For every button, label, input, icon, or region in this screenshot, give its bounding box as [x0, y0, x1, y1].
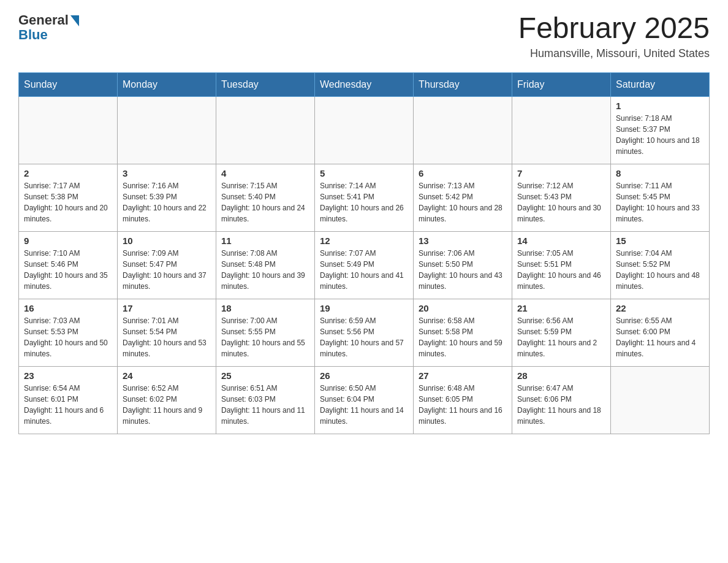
day-number: 1 — [616, 101, 704, 111]
calendar-cell: 27Sunrise: 6:48 AM Sunset: 6:05 PM Dayli… — [414, 366, 512, 434]
day-info: Sunrise: 6:55 AM Sunset: 6:00 PM Dayligh… — [616, 316, 696, 358]
day-number: 26 — [320, 370, 408, 381]
calendar-cell: 9Sunrise: 7:10 AM Sunset: 5:46 PM Daylig… — [19, 231, 118, 299]
day-number: 12 — [320, 236, 408, 246]
day-info: Sunrise: 7:11 AM Sunset: 5:45 PM Dayligh… — [616, 182, 700, 223]
day-number: 18 — [221, 303, 309, 313]
calendar-cell: 6Sunrise: 7:13 AM Sunset: 5:42 PM Daylig… — [414, 164, 512, 231]
day-info: Sunrise: 7:13 AM Sunset: 5:42 PM Dayligh… — [419, 182, 502, 223]
calendar-table: SundayMondayTuesdayWednesdayThursdayFrid… — [18, 72, 710, 434]
calendar-cell: 4Sunrise: 7:15 AM Sunset: 5:40 PM Daylig… — [216, 164, 315, 231]
calendar-cell: 19Sunrise: 6:59 AM Sunset: 5:56 PM Dayli… — [315, 299, 414, 366]
logo-arrow-icon — [70, 15, 79, 26]
day-number: 19 — [320, 303, 408, 313]
calendar-cell: 17Sunrise: 7:01 AM Sunset: 5:54 PM Dayli… — [118, 299, 216, 366]
calendar-week-row: 2Sunrise: 7:17 AM Sunset: 5:38 PM Daylig… — [19, 164, 710, 231]
calendar-cell: 24Sunrise: 6:52 AM Sunset: 6:02 PM Dayli… — [118, 366, 216, 434]
day-number: 13 — [419, 236, 507, 246]
weekday-header-wednesday: Wednesday — [315, 72, 414, 96]
day-number: 4 — [221, 168, 309, 178]
day-info: Sunrise: 6:51 AM Sunset: 6:03 PM Dayligh… — [221, 384, 305, 426]
day-info: Sunrise: 6:58 AM Sunset: 5:58 PM Dayligh… — [419, 316, 502, 358]
day-number: 24 — [123, 370, 211, 381]
calendar-cell: 10Sunrise: 7:09 AM Sunset: 5:47 PM Dayli… — [118, 231, 216, 299]
weekday-header-tuesday: Tuesday — [216, 72, 315, 96]
calendar-cell: 25Sunrise: 6:51 AM Sunset: 6:03 PM Dayli… — [216, 366, 315, 434]
calendar-cell: 3Sunrise: 7:16 AM Sunset: 5:39 PM Daylig… — [118, 164, 216, 231]
calendar-cell: 20Sunrise: 6:58 AM Sunset: 5:58 PM Dayli… — [414, 299, 512, 366]
day-number: 22 — [616, 303, 704, 313]
calendar-cell: 8Sunrise: 7:11 AM Sunset: 5:45 PM Daylig… — [611, 164, 710, 231]
weekday-header-saturday: Saturday — [611, 72, 710, 96]
title-block: February 2025 Humansville, Missouri, Uni… — [518, 12, 710, 60]
day-info: Sunrise: 7:06 AM Sunset: 5:50 PM Dayligh… — [419, 249, 502, 291]
weekday-header-thursday: Thursday — [414, 72, 512, 96]
day-number: 14 — [517, 236, 605, 246]
day-info: Sunrise: 7:18 AM Sunset: 5:37 PM Dayligh… — [616, 114, 700, 156]
day-number: 3 — [123, 168, 211, 178]
day-info: Sunrise: 7:15 AM Sunset: 5:40 PM Dayligh… — [221, 182, 305, 223]
calendar-cell: 14Sunrise: 7:05 AM Sunset: 5:51 PM Dayli… — [512, 231, 611, 299]
day-number: 25 — [221, 370, 309, 381]
calendar-week-row: 1Sunrise: 7:18 AM Sunset: 5:37 PM Daylig… — [19, 96, 710, 164]
calendar-cell: 28Sunrise: 6:47 AM Sunset: 6:06 PM Dayli… — [512, 366, 611, 434]
day-info: Sunrise: 6:54 AM Sunset: 6:01 PM Dayligh… — [24, 384, 104, 426]
calendar-cell — [315, 96, 414, 164]
month-title: February 2025 — [518, 12, 710, 45]
calendar-cell — [216, 96, 315, 164]
logo: General Blue — [18, 12, 79, 43]
calendar-cell — [19, 96, 118, 164]
calendar-cell: 12Sunrise: 7:07 AM Sunset: 5:49 PM Dayli… — [315, 231, 414, 299]
day-number: 11 — [221, 236, 309, 246]
day-number: 6 — [419, 168, 507, 178]
day-number: 23 — [24, 370, 112, 381]
day-number: 9 — [24, 236, 112, 246]
day-number: 5 — [320, 168, 408, 178]
calendar-cell: 21Sunrise: 6:56 AM Sunset: 5:59 PM Dayli… — [512, 299, 611, 366]
day-info: Sunrise: 6:59 AM Sunset: 5:56 PM Dayligh… — [320, 316, 404, 358]
calendar-cell — [414, 96, 512, 164]
calendar-cell: 16Sunrise: 7:03 AM Sunset: 5:53 PM Dayli… — [19, 299, 118, 366]
calendar-cell: 22Sunrise: 6:55 AM Sunset: 6:00 PM Dayli… — [611, 299, 710, 366]
day-number: 27 — [419, 370, 507, 381]
day-info: Sunrise: 7:00 AM Sunset: 5:55 PM Dayligh… — [221, 316, 305, 358]
day-number: 2 — [24, 168, 112, 178]
day-info: Sunrise: 7:01 AM Sunset: 5:54 PM Dayligh… — [123, 316, 207, 358]
calendar-week-row: 16Sunrise: 7:03 AM Sunset: 5:53 PM Dayli… — [19, 299, 710, 366]
day-info: Sunrise: 6:48 AM Sunset: 6:05 PM Dayligh… — [419, 384, 502, 426]
calendar-cell — [118, 96, 216, 164]
day-info: Sunrise: 6:50 AM Sunset: 6:04 PM Dayligh… — [320, 384, 404, 426]
day-number: 15 — [616, 236, 704, 246]
location-subtitle: Humansville, Missouri, United States — [518, 47, 710, 60]
logo-general-text: General — [18, 12, 69, 28]
page-header: General Blue February 2025 Humansville, … — [18, 12, 710, 60]
calendar-cell: 5Sunrise: 7:14 AM Sunset: 5:41 PM Daylig… — [315, 164, 414, 231]
day-number: 7 — [517, 168, 605, 178]
day-info: Sunrise: 7:16 AM Sunset: 5:39 PM Dayligh… — [123, 182, 207, 223]
calendar-cell: 23Sunrise: 6:54 AM Sunset: 6:01 PM Dayli… — [19, 366, 118, 434]
calendar-cell — [512, 96, 611, 164]
day-number: 20 — [419, 303, 507, 313]
day-info: Sunrise: 7:10 AM Sunset: 5:46 PM Dayligh… — [24, 249, 108, 291]
day-number: 28 — [517, 370, 605, 381]
calendar-cell: 2Sunrise: 7:17 AM Sunset: 5:38 PM Daylig… — [19, 164, 118, 231]
day-info: Sunrise: 7:08 AM Sunset: 5:48 PM Dayligh… — [221, 249, 305, 291]
calendar-cell: 15Sunrise: 7:04 AM Sunset: 5:52 PM Dayli… — [611, 231, 710, 299]
day-number: 10 — [123, 236, 211, 246]
weekday-header-row: SundayMondayTuesdayWednesdayThursdayFrid… — [19, 72, 710, 96]
calendar-cell: 7Sunrise: 7:12 AM Sunset: 5:43 PM Daylig… — [512, 164, 611, 231]
calendar-week-row: 23Sunrise: 6:54 AM Sunset: 6:01 PM Dayli… — [19, 366, 710, 434]
calendar-week-row: 9Sunrise: 7:10 AM Sunset: 5:46 PM Daylig… — [19, 231, 710, 299]
day-info: Sunrise: 7:07 AM Sunset: 5:49 PM Dayligh… — [320, 249, 404, 291]
day-info: Sunrise: 7:03 AM Sunset: 5:53 PM Dayligh… — [24, 316, 108, 358]
day-info: Sunrise: 7:12 AM Sunset: 5:43 PM Dayligh… — [517, 182, 601, 223]
day-info: Sunrise: 6:56 AM Sunset: 5:59 PM Dayligh… — [517, 316, 597, 358]
day-info: Sunrise: 7:17 AM Sunset: 5:38 PM Dayligh… — [24, 182, 108, 223]
calendar-cell — [611, 366, 710, 434]
calendar-cell: 26Sunrise: 6:50 AM Sunset: 6:04 PM Dayli… — [315, 366, 414, 434]
day-info: Sunrise: 7:09 AM Sunset: 5:47 PM Dayligh… — [123, 249, 207, 291]
calendar-cell: 13Sunrise: 7:06 AM Sunset: 5:50 PM Dayli… — [414, 231, 512, 299]
calendar-cell: 11Sunrise: 7:08 AM Sunset: 5:48 PM Dayli… — [216, 231, 315, 299]
calendar-cell: 1Sunrise: 7:18 AM Sunset: 5:37 PM Daylig… — [611, 96, 710, 164]
weekday-header-sunday: Sunday — [19, 72, 118, 96]
